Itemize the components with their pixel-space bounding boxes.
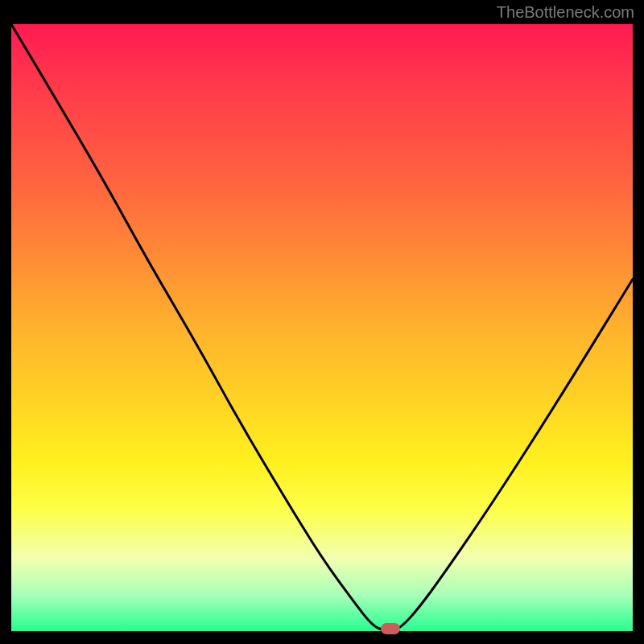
chart-container: TheBottleneck.com (0, 0, 644, 644)
optimal-point-marker (381, 623, 400, 634)
chart-plot-area (11, 24, 633, 631)
watermark-text: TheBottleneck.com (497, 3, 634, 22)
bottleneck-curve (11, 24, 633, 631)
